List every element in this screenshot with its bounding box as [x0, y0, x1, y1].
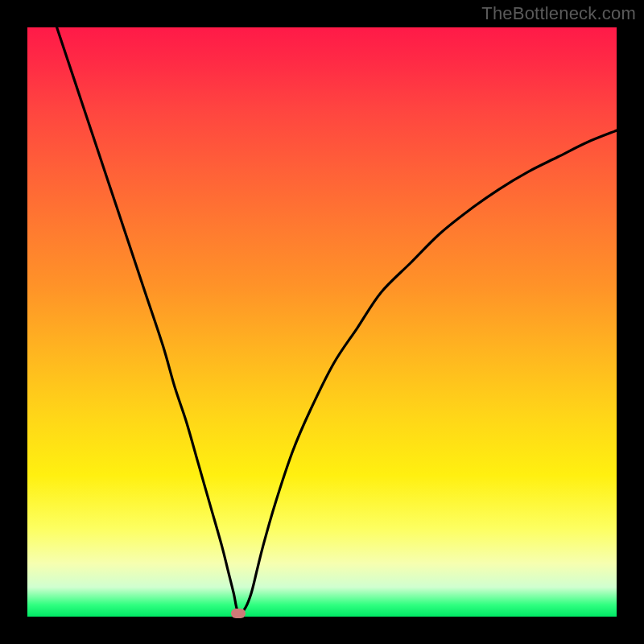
chart-plot-area: [27, 27, 617, 617]
attribution-text: TheBottleneck.com: [481, 3, 636, 24]
optimal-point-marker: [231, 609, 246, 618]
bottleneck-curve: [27, 27, 617, 617]
